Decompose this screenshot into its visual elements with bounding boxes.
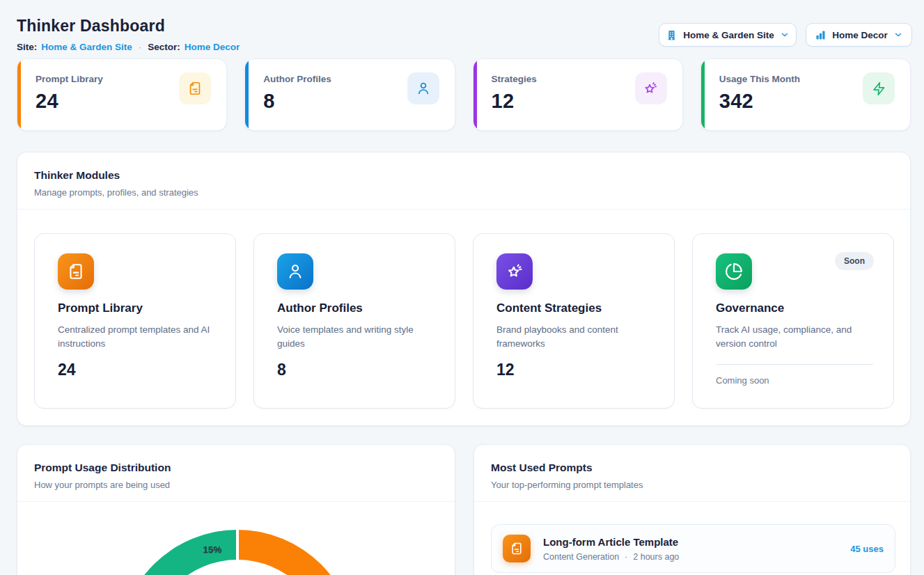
usage-panel-header: Prompt Usage Distribution How your promp… [17,445,455,502]
modules-panel: Thinker Modules Manage prompts, profiles… [17,152,911,426]
module-card-governance[interactable]: Soon Governance Track AI usage, complian… [692,233,894,409]
prompt-item-title: Long-form Article Template [543,536,850,548]
prompt-item-body: Long-form Article Template Content Gener… [543,536,850,562]
module-card-content-strategies[interactable]: Content Strategies Brand playbooks and c… [473,233,675,409]
module-title: Prompt Library [58,301,214,315]
usage-panel-subtitle: How your prompts are being used [34,480,438,501]
donut-segment-label: 15% [193,544,232,555]
donut-hole [149,560,326,575]
bar-chart-icon [815,29,827,41]
prompts-panel-subtitle: Your top-performing prompt templates [491,480,893,501]
meta-separator: · [625,552,627,562]
modules-grid: Prompt Library Centralized prompt templa… [34,233,894,409]
user-icon [277,253,313,290]
modules-title: Thinker Modules [34,169,893,182]
star-sparkle-icon [635,72,667,104]
soon-badge: Soon [835,252,874,270]
breadcrumb: Site: Home & Garden Site · Sector: Home … [17,42,240,52]
prompt-item-uses-badge: 45 uses [850,544,884,554]
divider [716,364,873,365]
stat-card-usage: Usage This Month 342 [700,58,911,131]
modules-subtitle: Manage prompts, profiles, and strategies [34,187,893,209]
module-description: Track AI usage, compliance, and version … [716,323,876,352]
module-title: Content Strategies [496,301,653,315]
stat-card-author-profiles: Author Profiles 8 [244,58,455,131]
site-dropdown-button[interactable]: Home & Garden Site [659,23,797,47]
prompt-item-time: 2 hours ago [633,552,679,562]
module-description: Voice templates and writing style guides [277,323,437,352]
module-description: Centralized prompt templates and AI inst… [58,323,218,352]
usage-distribution-panel: Prompt Usage Distribution How your promp… [17,444,455,575]
prompt-list-item[interactable]: Long-form Article Template Content Gener… [491,524,895,573]
prompt-item-category: Content Generation [543,552,619,562]
site-link[interactable]: Home & Garden Site [41,42,132,52]
user-icon [407,72,439,104]
prompts-panel-title: Most Used Prompts [491,462,893,474]
most-used-prompts-panel: Most Used Prompts Your top-performing pr… [473,444,911,575]
site-dropdown-label: Home & Garden Site [683,30,774,40]
sector-dropdown-label: Home Decor [832,30,888,40]
stat-card-prompt-library: Prompt Library 24 [17,58,227,131]
stat-card-strategies: Strategies 12 [473,58,683,131]
module-description: Brand playbooks and content frameworks [496,323,657,352]
document-icon [179,72,211,104]
sector-dropdown-button[interactable]: Home Decor [806,23,912,47]
chevron-down-icon [780,30,790,40]
page-title: Thinker Dashboard [17,17,165,36]
building-icon [666,29,678,41]
module-card-author-profiles[interactable]: Author Profiles Voice templates and writ… [253,233,455,409]
module-title: Author Profiles [277,301,434,315]
module-card-prompt-library[interactable]: Prompt Library Centralized prompt templa… [34,233,236,409]
usage-donut-chart [119,530,356,575]
lightning-icon [863,72,895,104]
document-icon [503,535,531,562]
module-title: Governance [716,301,872,315]
breadcrumb-separator: · [136,42,144,52]
stats-row: Prompt Library 24 Author Profiles 8 Stra… [17,58,911,131]
modules-header: Thinker Modules Manage prompts, profiles… [17,152,910,210]
usage-panel-title: Prompt Usage Distribution [34,462,438,474]
star-sparkle-icon [496,253,533,290]
module-count: 8 [277,361,434,379]
prompts-panel-header: Most Used Prompts Your top-performing pr… [474,445,910,502]
module-count: 12 [496,361,653,379]
chevron-down-icon [893,30,903,40]
sector-label: Sector: [148,42,180,52]
pie-chart-icon [716,253,752,290]
sector-link[interactable]: Home Decor [185,42,240,52]
coming-soon-text: Coming soon [716,375,872,386]
prompt-item-meta: Content Generation · 2 hours ago [543,552,850,562]
site-label: Site: [17,42,37,52]
document-icon [58,253,94,290]
module-count: 24 [58,361,214,379]
